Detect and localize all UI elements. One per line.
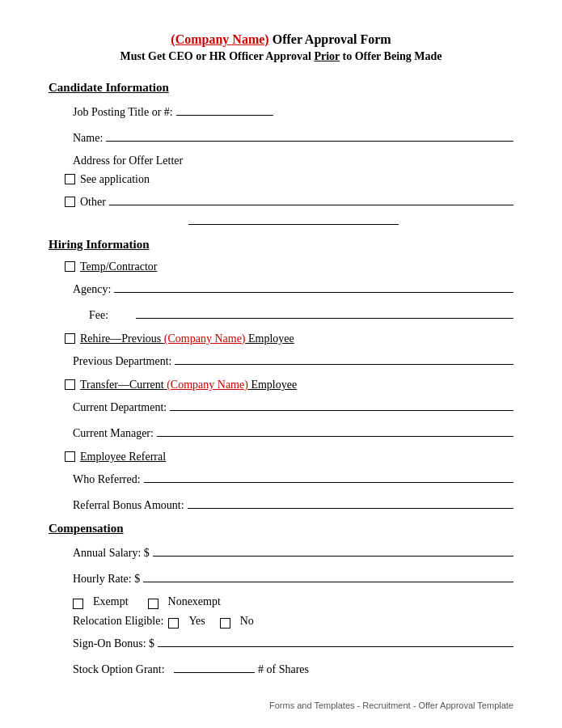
see-application-label: See application [80,173,150,186]
name-row: Name: [49,129,513,145]
extra-line-row [49,212,513,225]
referral-bonus-row: Referral Bonus Amount: [49,496,513,512]
fee-row: Fee: [49,306,513,322]
compensation-title: Compensation [49,522,513,535]
exempt-row: Exempt Nonexempt [49,595,513,608]
company-name-title: (Company Name) [171,32,268,46]
hiring-section: Hiring Information Temp/Contractor Agenc… [49,238,513,512]
name-label: Name: [73,132,103,145]
prev-dept-label: Previous Department: [73,355,171,368]
rehire-checkbox[interactable] [65,333,75,344]
annual-salary-label: Annual Salary: $ [73,547,150,560]
see-application-row: See application [49,172,513,186]
address-label: Address for Offer Letter [49,154,513,167]
agency-field[interactable] [114,280,513,293]
see-application-checkbox[interactable] [65,174,75,184]
agency-row: Agency: [49,280,513,296]
hiring-title: Hiring Information [49,238,513,252]
other-field[interactable] [109,193,513,205]
curr-manager-row: Current Manager: [49,424,513,440]
no-label: No [240,615,254,628]
candidate-section: Candidate Information Job Posting Title … [49,81,513,225]
curr-manager-label: Current Manager: [73,427,154,440]
job-posting-label: Job Posting Title or #: [73,106,173,119]
temp-contractor-checkbox[interactable] [65,261,75,272]
candidate-title: Candidate Information [49,81,513,95]
annual-salary-field[interactable] [153,544,513,557]
referral-bonus-label: Referral Bonus Amount: [73,499,184,512]
fee-label: Fee: [89,309,108,322]
hourly-rate-label: Hourly Rate: $ [73,573,140,586]
exempt-checkbox[interactable] [73,599,83,609]
curr-manager-field[interactable] [157,424,513,437]
relocation-yes-checkbox[interactable] [168,618,179,629]
job-posting-field[interactable] [176,103,273,116]
curr-dept-row: Current Department: [49,398,513,414]
other-label: Other [80,196,106,209]
job-posting-row: Job Posting Title or #: [49,103,513,119]
exempt-label: Exempt [93,595,129,608]
hourly-rate-row: Hourly Rate: $ [49,569,513,586]
yes-label: Yes [188,615,205,628]
other-checkbox[interactable] [65,197,75,207]
title-rest: Offer Approval Form [269,32,391,46]
transfer-label: Transfer—Current (Company Name) Employee [80,379,297,392]
rehire-row: Rehire—Previous (Company Name) Employee [49,332,513,345]
employee-referral-checkbox[interactable] [65,451,75,462]
curr-dept-field[interactable] [170,398,513,411]
agency-label: Agency: [73,283,111,296]
nonexempt-checkbox[interactable] [148,599,158,609]
other-row: Other [49,193,513,209]
annual-salary-row: Annual Salary: $ [49,544,513,560]
relocation-row: Relocation Eligible: Yes No [49,615,513,628]
sign-on-label: Sign-On Bonus: $ [73,637,154,650]
temp-contractor-row: Temp/Contractor [49,260,513,273]
extra-line [188,212,399,225]
employee-referral-row: Employee Referral [49,450,513,463]
hourly-rate-field[interactable] [143,569,513,582]
footer-text: Forms and Templates - Recruitment - Offe… [269,700,513,710]
fee-field[interactable] [136,306,513,319]
relocation-label: Relocation Eligible: [73,615,163,628]
footer: Forms and Templates - Recruitment - Offe… [49,700,513,710]
name-field[interactable] [106,129,513,142]
shares-label: # of Shares [258,663,309,676]
employee-referral-label: Employee Referral [80,451,166,463]
who-referred-label: Who Referred: [73,473,141,486]
who-referred-field[interactable] [144,470,513,483]
stock-option-row: Stock Option Grant: # of Shares [49,660,513,676]
relocation-no-checkbox[interactable] [220,618,230,629]
transfer-row: Transfer—Current (Company Name) Employee [49,378,513,392]
who-referred-row: Who Referred: [49,470,513,486]
transfer-checkbox[interactable] [65,379,75,390]
stock-field[interactable] [174,660,255,673]
subtitle: Must Get CEO or HR Officer Approval Prio… [49,50,513,63]
stock-label: Stock Option Grant: [73,663,165,676]
curr-dept-label: Current Department: [73,401,167,414]
sign-on-row: Sign-On Bonus: $ [49,634,513,650]
sign-on-field[interactable] [158,634,513,647]
rehire-label: Rehire—Previous (Company Name) Employee [80,332,294,345]
compensation-section: Compensation Annual Salary: $ Hourly Rat… [49,522,513,676]
temp-contractor-label: Temp/Contractor [80,260,157,273]
prev-dept-field[interactable] [175,352,513,365]
prev-dept-row: Previous Department: [49,352,513,368]
nonexempt-label: Nonexempt [168,595,221,608]
referral-bonus-field[interactable] [188,496,513,509]
page-title: (Company Name) Offer Approval Form [49,32,513,47]
